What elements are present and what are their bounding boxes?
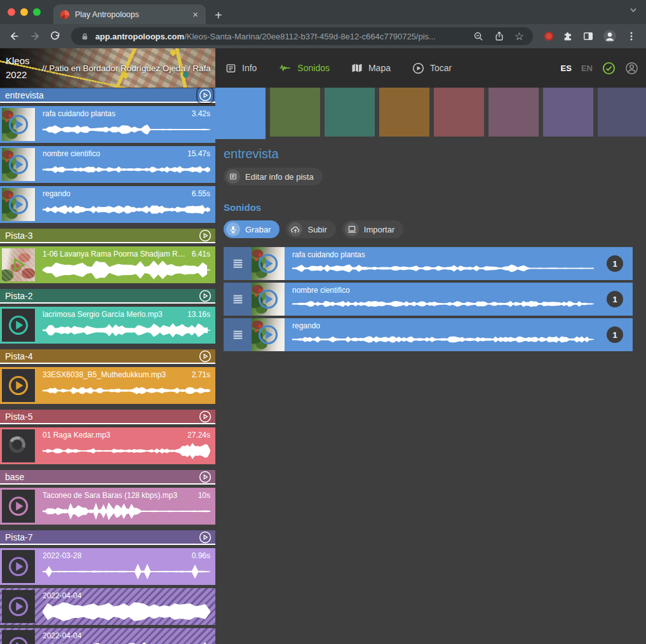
track-header[interactable]: base bbox=[0, 470, 215, 485]
play-button[interactable] bbox=[8, 114, 29, 135]
side-panel-icon[interactable] bbox=[582, 30, 594, 42]
track-header-title: entrevista bbox=[5, 90, 199, 100]
bookmark-star-icon[interactable]: ☆ bbox=[515, 31, 524, 42]
play-button[interactable] bbox=[8, 194, 29, 215]
reload-button[interactable] bbox=[46, 27, 65, 46]
sound-item[interactable]: 33ESX6038_B5_Muthedukkum.mp32.71s bbox=[0, 367, 215, 404]
track-color-tile[interactable] bbox=[215, 88, 266, 139]
track-play-icon[interactable] bbox=[199, 229, 212, 242]
track-play-icon[interactable] bbox=[199, 531, 212, 544]
track-play-icon[interactable] bbox=[199, 290, 212, 302]
extensions-puzzle-icon[interactable] bbox=[562, 30, 574, 42]
sound-item-body: 01 Raga Kedar.mp327.24s bbox=[37, 427, 215, 464]
sound-row[interactable]: rafa cuidando plantas1 bbox=[224, 247, 633, 280]
menu-dots-icon[interactable] bbox=[626, 30, 637, 42]
map-thumbnail[interactable]: Kleos 2022 // Patio en Bordador Rodrígue… bbox=[0, 48, 215, 88]
sound-item[interactable]: 2022-04-04 bbox=[0, 628, 215, 644]
sound-row-body: nombre cientifico bbox=[285, 283, 600, 316]
track-play-icon[interactable] bbox=[199, 471, 212, 483]
sound-label: 1-06 Lavanya Rama Poorna Shadjam Rupak..… bbox=[43, 250, 187, 258]
drag-handle[interactable] bbox=[224, 247, 252, 280]
logo-line-1: Kleos bbox=[6, 54, 30, 68]
sound-item[interactable]: 2022-03-280.96s bbox=[0, 548, 215, 585]
sound-label: 2022-04-04 bbox=[43, 591, 81, 600]
app-logo[interactable]: Kleos 2022 bbox=[6, 54, 30, 82]
sound-item[interactable]: regando6.55s bbox=[0, 186, 215, 223]
sound-row[interactable]: regando1 bbox=[224, 318, 633, 351]
nav-item-tocar[interactable]: Tocar bbox=[412, 62, 452, 74]
close-window-button[interactable] bbox=[8, 8, 15, 16]
track-color-tile[interactable] bbox=[543, 88, 593, 137]
sound-item[interactable]: 1-06 Lavanya Rama Poorna Shadjam Rupak..… bbox=[0, 246, 215, 283]
forward-button[interactable] bbox=[25, 27, 44, 46]
track-header[interactable]: entrevista bbox=[0, 88, 215, 103]
browser-tab[interactable]: Play Antropoloops × bbox=[53, 4, 206, 24]
track-color-tile[interactable] bbox=[488, 88, 539, 137]
play-button[interactable] bbox=[8, 375, 29, 396]
nav-item-mapa[interactable]: Mapa bbox=[351, 63, 391, 73]
sound-thumbnail bbox=[2, 369, 35, 402]
grabar-button[interactable]: Grabar bbox=[224, 220, 279, 238]
play-button[interactable] bbox=[8, 495, 29, 517]
recording-indicator-icon[interactable] bbox=[544, 32, 553, 41]
header-right: ES EN bbox=[561, 48, 638, 88]
address-bar[interactable]: app.antropoloops.com/Kleos-Santa-Marina/… bbox=[71, 27, 533, 45]
zoom-window-button[interactable] bbox=[33, 8, 41, 16]
track-color-tile[interactable] bbox=[598, 88, 646, 137]
play-button[interactable] bbox=[257, 288, 279, 310]
subir-button[interactable]: Subir bbox=[286, 220, 335, 238]
sound-duration: 6.41s bbox=[192, 250, 210, 258]
track-color-tile[interactable] bbox=[325, 88, 375, 137]
track-play-icon[interactable] bbox=[199, 410, 212, 423]
account-icon[interactable] bbox=[625, 62, 638, 75]
zoom-out-icon[interactable] bbox=[473, 31, 484, 42]
waveform bbox=[292, 260, 594, 276]
sound-item[interactable]: 01 Raga Kedar.mp327.24s bbox=[0, 427, 215, 464]
track-play-icon[interactable] bbox=[199, 350, 212, 363]
track-header[interactable]: Pista-5 bbox=[0, 410, 215, 424]
play-button[interactable] bbox=[8, 254, 29, 276]
track-header[interactable]: Pista-2 bbox=[0, 289, 215, 304]
sound-row[interactable]: nombre cientifico1 bbox=[224, 283, 633, 316]
sound-item[interactable]: Taconeo de Sara Baras (128 kbps).mp310s bbox=[0, 488, 215, 525]
importar-button[interactable]: Importar bbox=[342, 220, 403, 238]
track-header[interactable]: Pista-3 bbox=[0, 229, 215, 243]
edit-track-info-button[interactable]: Editar info de pista bbox=[224, 168, 323, 185]
language-en[interactable]: EN bbox=[581, 64, 593, 73]
share-icon[interactable] bbox=[494, 31, 504, 41]
play-button[interactable] bbox=[8, 636, 29, 644]
nav-item-sonidos[interactable]: Sonidos bbox=[278, 63, 330, 73]
play-button[interactable] bbox=[8, 314, 29, 336]
play-button[interactable] bbox=[257, 324, 279, 345]
track-header[interactable]: Pista-4 bbox=[0, 349, 215, 364]
language-es[interactable]: ES bbox=[561, 64, 572, 73]
play-button[interactable] bbox=[8, 556, 29, 577]
sound-item[interactable]: lacrimosa Sergio García Merlo.mp313.16s bbox=[0, 307, 215, 344]
play-button[interactable] bbox=[257, 253, 279, 274]
new-tab-button[interactable]: + bbox=[215, 9, 222, 22]
nav-item-info[interactable]: Info bbox=[225, 63, 257, 74]
sound-item[interactable]: nombre cientifico15.47s bbox=[0, 146, 215, 183]
minimize-window-button[interactable] bbox=[20, 8, 28, 16]
track-play-icon[interactable] bbox=[199, 89, 212, 102]
main-nav: InfoSonidosMapaTocar bbox=[225, 48, 452, 88]
content: entrevistarafa cuidando plantas3.42snomb… bbox=[0, 88, 646, 644]
track-color-tile[interactable] bbox=[434, 88, 484, 137]
tab-close-icon[interactable]: × bbox=[191, 10, 199, 19]
drag-handle[interactable] bbox=[224, 318, 252, 351]
profile-avatar-icon[interactable] bbox=[603, 29, 617, 43]
play-button[interactable] bbox=[8, 154, 29, 175]
track-header[interactable]: Pista-7 bbox=[0, 530, 215, 545]
sound-label: rafa cuidando plantas bbox=[43, 109, 116, 118]
sound-row-body: rafa cuidando plantas bbox=[285, 247, 600, 280]
nav-sonidos-label: Sonidos bbox=[297, 63, 330, 73]
tab-search-chevron-icon[interactable] bbox=[629, 8, 637, 13]
sound-item[interactable]: rafa cuidando plantas3.42s bbox=[0, 106, 215, 143]
sync-check-icon[interactable] bbox=[602, 62, 616, 75]
back-button[interactable] bbox=[5, 27, 24, 46]
play-button[interactable] bbox=[8, 596, 29, 617]
drag-handle[interactable] bbox=[224, 283, 252, 316]
track-color-tile[interactable] bbox=[379, 88, 429, 137]
track-color-tile[interactable] bbox=[270, 88, 320, 137]
sound-item[interactable]: 2022-04-04 bbox=[0, 588, 215, 625]
